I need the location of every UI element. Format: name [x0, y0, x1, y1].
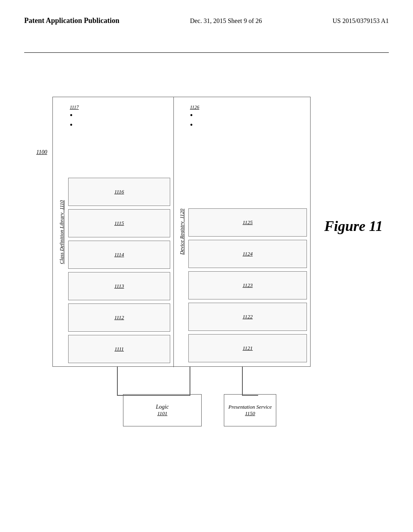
dr-item-1121-label: 1121 [242, 345, 252, 351]
dr-item-1124-label: 1124 [242, 251, 252, 257]
outer-ref-label: 1100 [36, 149, 47, 156]
header-left: Patent Application Publication [24, 16, 119, 25]
header: Patent Application Publication Dec. 31, … [0, 16, 413, 26]
figure-label: Figure 11 [324, 218, 383, 235]
dr-item-1125-label: 1125 [242, 219, 252, 226]
connector-pres-down [242, 367, 243, 395]
logic-box: Logic 1101 [123, 394, 202, 426]
cdl-dots-ref: 1117 [70, 104, 170, 110]
cdl-item-1112-label: 1112 [114, 314, 124, 321]
dr-item-1123: 1123 [188, 271, 307, 299]
cdl-item-1114-label: 1114 [114, 251, 124, 258]
header-divider [24, 52, 389, 53]
dr-item-1122: 1122 [188, 303, 307, 331]
pres-title: Presentation Service [228, 404, 271, 411]
diagram-area: 1100 Figure 11 Class Definition Library … [0, 64, 413, 532]
header-center: Dec. 31, 2015 Sheet 9 of 26 [190, 16, 262, 26]
dr-dots: •• [190, 110, 307, 130]
cdl-item-1114: 1114 [68, 241, 170, 269]
dr-dots-ref: 1126 [190, 104, 307, 110]
cdl-box: Class Definition Library 1110 1117 •• 11… [53, 97, 174, 367]
dr-item-1125: 1125 [188, 208, 307, 237]
cdl-item-1112: 1112 [68, 303, 170, 332]
dr-dots-area: 1126 •• [188, 101, 307, 130]
dr-item-1123-label: 1123 [242, 282, 252, 289]
cdl-dots: •• [70, 110, 170, 130]
dr-box: Device Registry 1120 1126 •• 1125 1124 [174, 97, 310, 366]
cdl-item-1116: 1116 [68, 178, 170, 206]
cdl-dots-area: 1117 •• [68, 101, 170, 130]
cdl-item-1115: 1115 [68, 209, 170, 237]
cdl-item-1113: 1113 [68, 272, 170, 300]
outer-box: Class Definition Library 1110 1117 •• 11… [52, 97, 311, 367]
dr-label: Device Registry 1120 [179, 209, 185, 255]
presentation-service-box: Presentation Service 1150 [224, 394, 276, 426]
dr-item-1121: 1121 [188, 334, 307, 362]
cdl-item-1111-label: 1111 [115, 346, 124, 352]
cdl-label: Class Definition Library 1110 [58, 200, 65, 264]
cdl-item-1113-label: 1113 [114, 283, 124, 289]
cdl-item-1116-label: 1116 [114, 189, 124, 195]
header-right: US 2015/0379153 A1 [332, 16, 389, 26]
pres-ref: 1150 [245, 410, 255, 417]
patent-number-label: US 2015/0379153 A1 [332, 17, 389, 24]
date-sheet-label: Dec. 31, 2015 Sheet 9 of 26 [190, 17, 262, 24]
dr-item-1124: 1124 [188, 240, 307, 268]
logic-ref: 1101 [157, 410, 167, 417]
cdl-item-1111: 1111 [68, 335, 170, 363]
logic-title: Logic [156, 404, 169, 410]
publication-label: Patent Application Publication [24, 17, 119, 25]
connector-cdl-down [117, 367, 118, 395]
connector-dr-down [190, 367, 190, 395]
dr-item-1122-label: 1122 [242, 314, 252, 320]
cdl-item-1115-label: 1115 [114, 220, 124, 227]
